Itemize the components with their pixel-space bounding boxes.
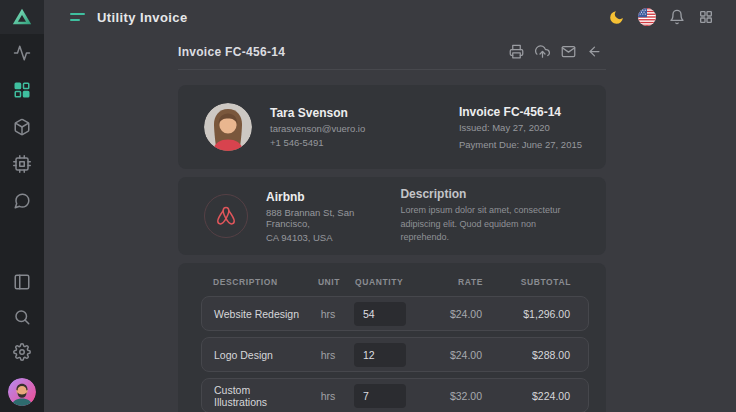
person-name: Tara Svenson bbox=[270, 106, 365, 120]
invoice-issued: Issued: May 27, 2020 bbox=[459, 122, 582, 133]
quantity-input[interactable] bbox=[354, 302, 406, 326]
table-row: Website Redesign hrs $24.00 $1,296.00 bbox=[201, 296, 589, 331]
table-row: Logo Design hrs $24.00 $288.00 bbox=[201, 337, 589, 372]
row-description: Website Redesign bbox=[214, 308, 302, 320]
row-unit: hrs bbox=[312, 390, 344, 402]
description-body: Lorem ipsum dolor sit amet, consectetur … bbox=[400, 204, 582, 245]
bell-icon bbox=[669, 9, 685, 25]
app-logo[interactable] bbox=[0, 0, 44, 34]
row-unit: hrs bbox=[312, 349, 344, 361]
search-icon bbox=[13, 308, 31, 326]
invoice-subheader: Invoice FC-456-14 bbox=[178, 34, 606, 70]
client-name: Airbnb bbox=[266, 190, 400, 204]
back-button[interactable] bbox=[587, 44, 602, 59]
row-subtotal: $1,296.00 bbox=[492, 308, 570, 320]
language-selector[interactable] bbox=[638, 8, 656, 26]
sidebar-item-components[interactable] bbox=[13, 118, 31, 136]
sidebar-item-apps[interactable] bbox=[13, 81, 31, 99]
notifications-button[interactable] bbox=[669, 9, 685, 25]
sidebar-item-elements[interactable] bbox=[13, 155, 31, 173]
activity-icon bbox=[13, 44, 31, 62]
cloud-upload-button[interactable] bbox=[535, 44, 550, 59]
row-unit: hrs bbox=[312, 308, 344, 320]
invoice-parties-card: Tara Svenson tarasvenson@vuero.io +1 546… bbox=[178, 85, 606, 169]
sidebar-bottom bbox=[8, 273, 36, 412]
row-subtotal: $288.00 bbox=[492, 349, 570, 361]
sidebar-item-activity[interactable] bbox=[13, 44, 31, 62]
cloud-upload-icon bbox=[535, 44, 550, 59]
person-photo bbox=[204, 103, 252, 151]
row-subtotal: $224.00 bbox=[492, 390, 570, 402]
page-title: Utility Invoice bbox=[97, 10, 188, 25]
col-description: DESCRIPTION bbox=[213, 277, 303, 287]
dark-mode-toggle[interactable] bbox=[608, 9, 625, 26]
col-quantity: QUANTITY bbox=[355, 277, 407, 287]
cpu-icon bbox=[13, 155, 31, 173]
topbar-actions bbox=[608, 8, 714, 26]
chat-icon bbox=[13, 192, 31, 210]
invoice-description: Description Lorem ipsum dolor sit amet, … bbox=[400, 187, 582, 245]
print-button[interactable] bbox=[509, 44, 524, 59]
invoice-number: Invoice FC-456-14 bbox=[459, 105, 582, 119]
client-logo bbox=[204, 194, 248, 238]
apps-launcher-button[interactable] bbox=[698, 9, 714, 25]
row-rate: $24.00 bbox=[416, 349, 482, 361]
person-avatar bbox=[204, 103, 252, 151]
apps-icon bbox=[13, 81, 31, 99]
row-rate: $24.00 bbox=[416, 308, 482, 320]
line-items-card: DESCRIPTION UNIT QUANTITY RATE SUBTOTAL … bbox=[178, 263, 606, 412]
row-description: Custom Illustrations bbox=[214, 384, 302, 408]
invoice-page: Invoice FC-456-14 bbox=[178, 34, 606, 412]
description-title: Description bbox=[400, 187, 582, 201]
app-window: Utility Invoice bbox=[0, 0, 736, 412]
mail-icon bbox=[561, 44, 576, 59]
invoice-meta: Invoice FC-456-14 Issued: May 27, 2020 P… bbox=[459, 105, 582, 150]
triangle-logo-icon bbox=[11, 6, 33, 28]
client-address-line2: CA 94103, USA bbox=[266, 232, 400, 243]
print-icon bbox=[509, 44, 524, 59]
apps-grid-icon bbox=[698, 9, 714, 25]
invoice-payment-due: Payment Due: June 27, 2015 bbox=[459, 139, 582, 150]
sidebar-item-panels[interactable] bbox=[13, 273, 31, 291]
row-rate: $32.00 bbox=[416, 390, 482, 402]
moon-icon bbox=[608, 9, 625, 26]
table-row: Custom Illustrations hrs $32.00 $224.00 bbox=[201, 378, 589, 412]
sidebar bbox=[0, 0, 44, 412]
table-header: DESCRIPTION UNIT QUANTITY RATE SUBTOTAL bbox=[201, 269, 589, 296]
client-info: Airbnb 888 Brannan St, San Francisco, CA… bbox=[266, 190, 400, 243]
col-subtotal: SUBTOTAL bbox=[493, 277, 571, 287]
person-email: tarasvenson@vuero.io bbox=[270, 123, 365, 134]
user-avatar-illustration bbox=[8, 378, 36, 406]
quantity-input[interactable] bbox=[354, 384, 406, 408]
sidebar-item-search[interactable] bbox=[13, 308, 31, 326]
send-mail-button[interactable] bbox=[561, 44, 576, 59]
person-info: Tara Svenson tarasvenson@vuero.io +1 546… bbox=[270, 106, 365, 148]
col-rate: RATE bbox=[417, 277, 483, 287]
topbar: Utility Invoice bbox=[44, 0, 736, 34]
sidebar-item-messages[interactable] bbox=[13, 192, 31, 210]
col-unit: UNIT bbox=[313, 277, 345, 287]
client-address-line1: 888 Brannan St, San Francisco, bbox=[266, 207, 400, 229]
back-arrow-icon bbox=[587, 44, 602, 59]
airbnb-icon bbox=[213, 203, 239, 229]
row-description: Logo Design bbox=[214, 349, 302, 361]
settings-gear-icon bbox=[13, 343, 31, 361]
client-card: Airbnb 888 Brannan St, San Francisco, CA… bbox=[178, 177, 606, 255]
quantity-input[interactable] bbox=[354, 343, 406, 367]
invoice-actions bbox=[509, 44, 606, 59]
box-icon bbox=[13, 118, 31, 136]
us-flag-icon bbox=[638, 8, 656, 26]
invoice-title: Invoice FC-456-14 bbox=[178, 45, 285, 59]
sidebar-item-settings[interactable] bbox=[13, 343, 31, 361]
sidebar-nav bbox=[13, 34, 31, 210]
panels-icon bbox=[13, 273, 31, 291]
menu-toggle-button[interactable] bbox=[70, 13, 85, 21]
sidebar-user-avatar[interactable] bbox=[8, 378, 36, 406]
person-phone: +1 546-5491 bbox=[270, 137, 365, 148]
